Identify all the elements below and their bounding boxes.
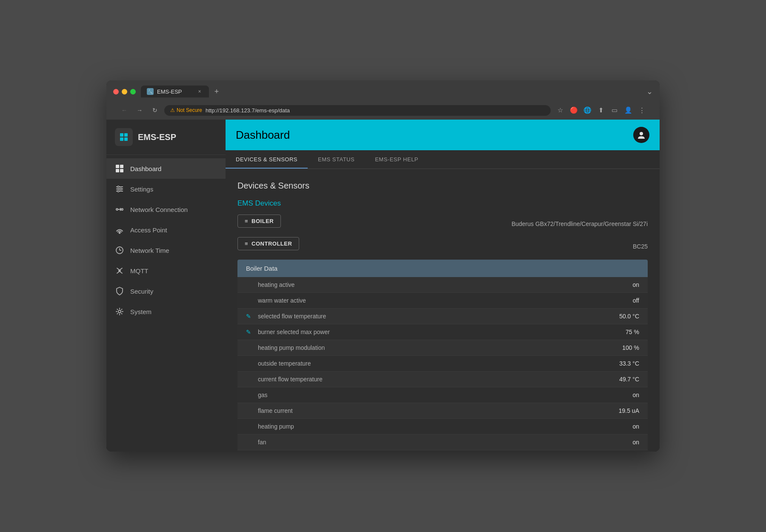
content-area: Devices & Sensors EMS Devices ≡ BOILER B… — [226, 169, 660, 452]
window-close-button[interactable] — [113, 89, 119, 94]
row-label: outside temperature — [258, 360, 619, 367]
row-label: fan — [258, 439, 632, 446]
tab-ems-esp-help[interactable]: EMS-ESP HELP — [365, 150, 429, 169]
boiler-button-icon: ≡ — [245, 218, 248, 224]
svg-point-14 — [116, 209, 118, 210]
table-row: ✎ current flow temperature 49.7 °C — [237, 372, 648, 387]
page-title: Dashboard — [236, 129, 290, 142]
tab-ems-status-label: EMS STATUS — [318, 156, 354, 163]
svg-point-17 — [119, 232, 120, 234]
security-icon — [115, 286, 124, 296]
sidebar-item-label-settings: Settings — [130, 186, 153, 193]
row-label: selected flow temperature — [258, 313, 619, 320]
browser-window: 🔧 EMS-ESP × + ⌄ ← → ↻ ⚠ Not Secure http:… — [106, 80, 660, 452]
svg-rect-0 — [120, 133, 123, 137]
controller-button-label: CONTROLLER — [252, 240, 292, 247]
boiler-data-header: Boiler Data — [237, 260, 648, 277]
row-value: 75 % — [626, 329, 639, 335]
row-value: 33.3 °C — [619, 360, 639, 367]
svg-rect-4 — [116, 165, 119, 168]
svg-rect-3 — [124, 137, 128, 141]
row-label: flame current — [258, 407, 619, 414]
table-row: ✎ heating pump modulation 100 % — [237, 340, 648, 356]
network-time-icon — [115, 246, 124, 255]
svg-rect-7 — [120, 169, 123, 172]
sidebar-item-label-access-point: Access Point — [130, 226, 167, 234]
share-button[interactable]: ⬆ — [595, 104, 607, 116]
table-row: ✎ ignition off — [237, 450, 648, 452]
address-bar[interactable]: ⚠ Not Secure http://192.168.123.7/ems-es… — [164, 105, 551, 116]
bookmark-button[interactable]: ☆ — [554, 104, 566, 116]
row-label: heating pump modulation — [258, 344, 622, 351]
sidebar-item-network-time[interactable]: Network Time — [106, 240, 226, 260]
window-controls — [113, 89, 136, 94]
app-container: EMS-ESP Dashboard — [106, 120, 660, 452]
row-value: 49.7 °C — [619, 376, 639, 383]
edit-icon[interactable]: ✎ — [246, 313, 253, 320]
row-value: 50.0 °C — [619, 313, 639, 320]
extension2-button[interactable]: 🌐 — [581, 104, 593, 116]
logo-icon — [115, 128, 133, 146]
tab-bar: 🔧 EMS-ESP × + — [141, 86, 223, 97]
svg-rect-2 — [120, 137, 123, 141]
sidebar-item-label-security: Security — [130, 288, 153, 295]
sidebar-item-system[interactable]: System — [106, 301, 226, 322]
more-button[interactable]: ⋮ — [636, 104, 648, 116]
sidebar-nav: Dashboard Settings — [106, 155, 226, 452]
row-label: gas — [258, 392, 632, 398]
sidebar-item-dashboard[interactable]: Dashboard — [106, 158, 226, 179]
profile-button[interactable]: 👤 — [622, 104, 634, 116]
extension1-button[interactable]: 🔴 — [568, 104, 580, 116]
boiler-button-label: BOILER — [252, 218, 274, 224]
table-row: ✎ fan on — [237, 435, 648, 450]
browser-title-bar: 🔧 EMS-ESP × + ⌄ ← → ↻ ⚠ Not Secure http:… — [106, 80, 660, 120]
controller-button[interactable]: ≡ CONTROLLER — [237, 237, 299, 250]
tab-close-button[interactable]: × — [196, 88, 203, 95]
tab-ems-status[interactable]: EMS STATUS — [308, 150, 365, 169]
boiler-button[interactable]: ≡ BOILER — [237, 215, 281, 228]
browser-tab[interactable]: 🔧 EMS-ESP × — [141, 86, 209, 97]
tab-devices-sensors[interactable]: DEVICES & SENSORS — [226, 150, 308, 169]
window-minimize-button[interactable] — [122, 89, 127, 94]
back-button[interactable]: ← — [118, 104, 130, 116]
sidebar-logo: EMS-ESP — [106, 120, 226, 155]
controller-button-icon: ≡ — [245, 240, 248, 247]
tab-title: EMS-ESP — [157, 89, 193, 95]
logo-text: EMS-ESP — [138, 132, 176, 142]
sidebar-item-label-network-connection: Network Connection — [130, 206, 188, 213]
new-tab-button[interactable]: + — [211, 86, 223, 97]
security-badge: ⚠ Not Secure — [170, 107, 202, 113]
boiler-data-section: Boiler Data ✎ heating active on ✎ warm w… — [237, 260, 648, 452]
security-label: Not Secure — [177, 107, 202, 113]
table-row: ✎ heating pump on — [237, 419, 648, 435]
table-row: ✎ gas on — [237, 387, 648, 403]
window-maximize-button[interactable] — [130, 89, 136, 94]
edit-icon[interactable]: ✎ — [246, 329, 253, 335]
sidebar-toggle-button[interactable]: ▭ — [609, 104, 620, 116]
sidebar-item-network-connection[interactable]: Network Connection — [106, 199, 226, 220]
sidebar-item-security[interactable]: Security — [106, 281, 226, 301]
app-header: Dashboard — [226, 120, 660, 150]
svg-point-12 — [120, 188, 122, 190]
sidebar-item-settings[interactable]: Settings — [106, 179, 226, 199]
network-connection-icon — [115, 205, 124, 214]
browser-toolbar: ← → ↻ ⚠ Not Secure http://192.168.123.7/… — [113, 101, 653, 120]
forward-button[interactable]: → — [134, 104, 146, 116]
row-value: on — [632, 281, 639, 288]
sidebar-item-access-point[interactable]: Access Point — [106, 220, 226, 240]
sidebar-item-label-system: System — [130, 308, 151, 315]
tab-favicon: 🔧 — [147, 88, 154, 95]
user-avatar[interactable] — [633, 127, 649, 143]
svg-point-22 — [118, 310, 121, 313]
row-label: burner selected max power — [258, 329, 626, 335]
sidebar-item-mqtt[interactable]: MQTT — [106, 260, 226, 281]
table-row: ✎ heating active on — [237, 277, 648, 293]
row-value: on — [632, 439, 639, 446]
row-label: current flow temperature — [258, 376, 619, 383]
row-value: off — [633, 297, 639, 304]
row-value: 100 % — [622, 344, 639, 351]
browser-menu-icon[interactable]: ⌄ — [646, 87, 653, 96]
controller-device-info: BC25 — [633, 243, 648, 250]
settings-icon — [115, 184, 124, 194]
refresh-button[interactable]: ↻ — [149, 104, 161, 116]
